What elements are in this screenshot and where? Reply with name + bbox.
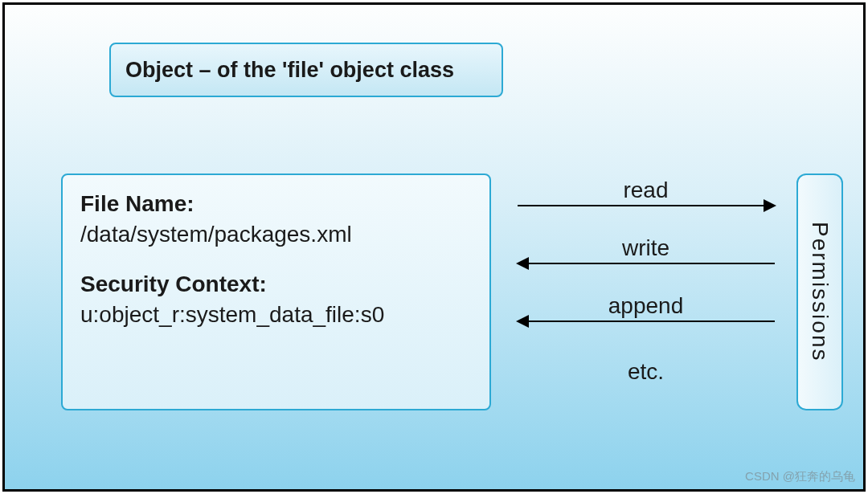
security-context-label: Security Context:: [80, 271, 472, 297]
diagram-frame: Object – of the 'file' object class File…: [2, 2, 866, 492]
file-object-box: File Name: /data/system/packages.xml Sec…: [61, 174, 491, 410]
arrow-write: write: [507, 235, 784, 293]
arrow-label-etc: etc.: [507, 359, 784, 385]
arrow-label-read: read: [507, 178, 784, 205]
permissions-label: Permissions: [807, 222, 833, 361]
permissions-box: Permissions: [796, 174, 843, 410]
arrow-line-left-icon: [518, 263, 775, 264]
watermark-text: CSDN @狂奔的乌龟: [745, 469, 855, 484]
title-box: Object – of the 'file' object class: [109, 43, 503, 97]
security-context-value: u:object_r:system_data_file:s0: [80, 302, 472, 328]
arrow-append: append: [507, 293, 784, 351]
arrow-line-right-icon: [518, 205, 775, 206]
arrow-read: read: [507, 178, 784, 235]
permission-arrows: read write append etc.: [507, 178, 784, 385]
title-text: Object – of the 'file' object class: [125, 58, 454, 83]
arrow-label-append: append: [507, 293, 784, 320]
file-name-label: File Name:: [80, 191, 472, 217]
arrow-line-left-icon: [518, 320, 775, 322]
file-name-value: /data/system/packages.xml: [80, 222, 472, 247]
arrow-label-write: write: [507, 235, 784, 263]
